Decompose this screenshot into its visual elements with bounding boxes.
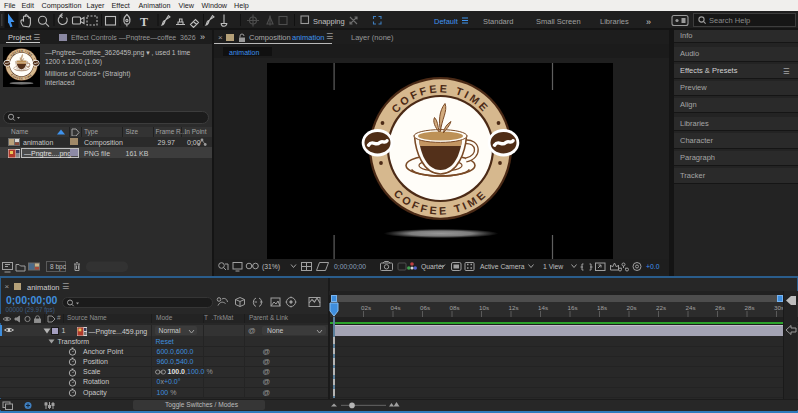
svg-text:02s: 02s	[361, 303, 371, 310]
svg-text:Libraries: Libraries	[600, 17, 629, 26]
svg-text:18s: 18s	[597, 303, 607, 310]
svg-text:Standard: Standard	[483, 17, 513, 26]
svg-text:10s: 10s	[479, 303, 489, 310]
svg-text:08s: 08s	[450, 303, 460, 310]
svg-text:Search Help: Search Help	[709, 16, 750, 25]
svg-text:»: »	[646, 16, 651, 26]
svg-text:Snapping: Snapping	[313, 16, 345, 25]
svg-text:28s: 28s	[745, 303, 755, 310]
svg-text:T: T	[140, 14, 148, 28]
svg-text:Small Screen: Small Screen	[536, 17, 581, 26]
svg-text:04s: 04s	[391, 303, 401, 310]
svg-text:24s: 24s	[686, 303, 696, 310]
svg-text:0;00;00;00: 0;00;00;00	[334, 263, 366, 270]
svg-text:(31%): (31%)	[262, 263, 280, 271]
svg-text:1 View: 1 View	[543, 263, 563, 270]
svg-text:16s: 16s	[568, 303, 578, 310]
svg-text:Default: Default	[434, 17, 459, 26]
svg-text:Quarter: Quarter	[421, 263, 445, 271]
svg-text:Active Camera: Active Camera	[480, 263, 525, 270]
svg-text:06s: 06s	[420, 303, 430, 310]
svg-text:8 bpc: 8 bpc	[50, 263, 67, 271]
svg-text:+0.0: +0.0	[646, 263, 660, 270]
svg-text:20s: 20s	[627, 303, 637, 310]
svg-text:14s: 14s	[538, 303, 548, 310]
svg-text:12s: 12s	[509, 303, 519, 310]
svg-text:26s: 26s	[715, 303, 725, 310]
svg-text:22s: 22s	[656, 303, 666, 310]
